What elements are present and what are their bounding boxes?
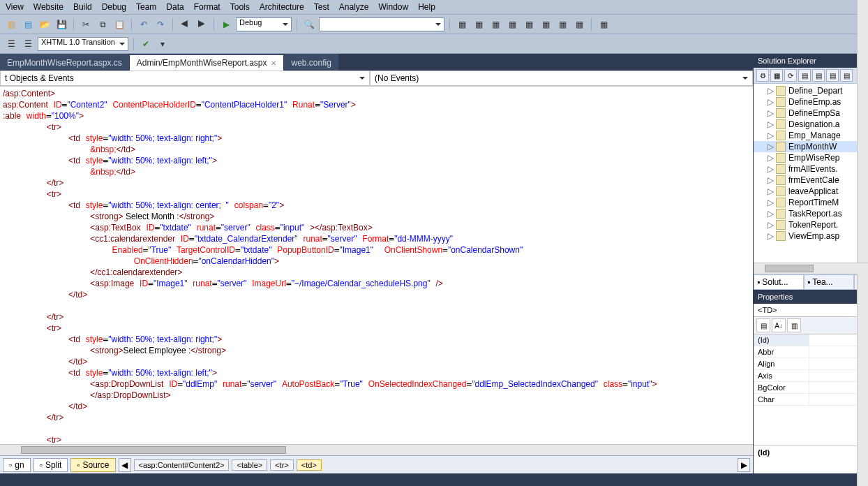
sol-viewcode-icon[interactable]: ▤ <box>812 69 825 82</box>
solution-item[interactable]: ▷Designation.a <box>754 119 868 130</box>
format-inline-icon[interactable]: ☰ <box>21 37 35 51</box>
solution-item[interactable]: ▷EmpMonthW <box>754 141 868 152</box>
tbx6-icon[interactable]: ▦ <box>539 17 553 31</box>
breadcrumb-item[interactable]: <tr> <box>270 459 294 471</box>
doctype-combo[interactable]: XHTML 1.0 Transition <box>38 37 128 51</box>
solution-item[interactable]: ▷DefineEmp.as <box>754 96 868 108</box>
solution-item[interactable]: ▷TokenReport. <box>754 219 868 230</box>
nav-back-icon[interactable]: ⯇ <box>178 17 192 31</box>
member-bar: t Objects & Events (No Events) <box>0 71 753 87</box>
sol-hscroll[interactable] <box>754 263 868 274</box>
menubar: ViewWebsiteBuildDebugTeamDataFormatTools… <box>0 0 868 15</box>
menu-data[interactable]: Data <box>166 2 184 12</box>
tbx2-icon[interactable]: ▦ <box>472 17 486 31</box>
crumb-prev[interactable]: ◀ <box>119 458 131 472</box>
property-row[interactable]: Axis <box>754 370 868 382</box>
redo-icon[interactable]: ↷ <box>154 17 167 31</box>
solution-item[interactable]: ▷ReportTimeM <box>754 197 868 208</box>
sol-refresh-icon[interactable]: ⟳ <box>784 69 797 82</box>
menu-build[interactable]: Build <box>73 2 92 12</box>
sol-nest-icon[interactable]: ▤ <box>798 69 811 82</box>
menu-view[interactable]: View <box>6 2 24 12</box>
crumb-next[interactable]: ▶ <box>738 458 750 472</box>
property-row[interactable]: (Id) <box>754 334 868 346</box>
properties-object[interactable]: <TD> <box>754 304 868 317</box>
solution-item[interactable]: ▷leaveApplicat <box>754 186 868 197</box>
solution-tree[interactable]: ▷Define_Depart▷DefineEmp.as▷DefineEmpSa▷… <box>754 84 868 263</box>
config-combo[interactable]: Debug <box>236 17 292 31</box>
solution-item[interactable]: ▷EmpWiseRep <box>754 152 868 163</box>
nav-fwd-icon[interactable]: ⯈ <box>195 17 209 31</box>
vscrollbar[interactable] <box>857 0 868 486</box>
solution-item[interactable]: ▷Emp_Manage <box>754 130 868 141</box>
tbx5-icon[interactable]: ▦ <box>522 17 536 31</box>
solution-item[interactable]: ▷DefineEmpSa <box>754 108 868 119</box>
tab-file[interactable]: web.config <box>284 54 338 71</box>
undo-icon[interactable]: ↶ <box>137 17 151 31</box>
properties-list[interactable]: (Id)AbbrAlignAxisBgColorChar <box>754 334 868 446</box>
solution-item[interactable]: ▷TaskReport.as <box>754 208 868 219</box>
find-combo[interactable] <box>319 17 444 31</box>
sol-copy-icon[interactable]: ▤ <box>840 69 853 82</box>
tbx3-icon[interactable]: ▦ <box>488 17 502 31</box>
solution-item[interactable]: ▷frmEventCale <box>754 175 868 186</box>
validate-icon[interactable]: ✔ <box>139 37 153 51</box>
prop-pages-icon[interactable]: ▥ <box>787 318 801 332</box>
events-dropdown[interactable]: (No Events) <box>370 71 753 86</box>
tbx8-icon[interactable]: ▦ <box>572 17 586 31</box>
menu-format[interactable]: Format <box>194 2 220 12</box>
paste-icon[interactable]: 📋 <box>112 17 126 31</box>
tbx4-icon[interactable]: ▦ <box>505 17 519 31</box>
view-mode-split[interactable]: ▫Split <box>33 458 68 472</box>
menu-test[interactable]: Test <box>314 2 329 12</box>
menu-analyze[interactable]: Analyze <box>339 2 369 12</box>
menu-debug[interactable]: Debug <box>102 2 126 12</box>
tab-file[interactable]: Admin/EmpMonthWiseReport.aspx✕ <box>130 54 284 71</box>
menu-help[interactable]: Help <box>418 2 435 12</box>
sol-viewdesign-icon[interactable]: ▤ <box>826 69 839 82</box>
property-row[interactable]: BgColor <box>754 382 868 394</box>
solution-item[interactable]: ▷Define_Depart <box>754 85 868 96</box>
menu-team[interactable]: Team <box>136 2 156 12</box>
objects-dropdown[interactable]: t Objects & Events <box>0 71 370 86</box>
start-icon[interactable]: ▶ <box>219 17 233 31</box>
tbx9-icon[interactable]: ▦ <box>597 17 611 31</box>
panel-tab[interactable]: ▪Solut... <box>754 274 804 290</box>
tbx7-icon[interactable]: ▦ <box>555 17 569 31</box>
solution-item[interactable]: ▷frmAllEvents. <box>754 163 868 175</box>
tbx1-icon[interactable]: ▦ <box>455 17 469 31</box>
menu-website[interactable]: Website <box>33 2 63 12</box>
menu-architecture[interactable]: Architecture <box>260 2 304 12</box>
property-row[interactable]: Abbr <box>754 346 868 358</box>
sol-prop-icon[interactable]: ⚙ <box>756 69 769 82</box>
view-mode-source[interactable]: ▫Source <box>70 458 115 472</box>
cut-icon[interactable]: ✂ <box>79 17 93 31</box>
format-block-icon[interactable]: ☰ <box>4 37 18 51</box>
find-icon[interactable]: 🔍 <box>302 17 316 31</box>
prop-az-icon[interactable]: A↓ <box>772 318 786 332</box>
view-mode-gn[interactable]: ▫gn <box>3 458 31 472</box>
hscrollbar[interactable] <box>0 444 753 455</box>
copy-icon[interactable]: ⧉ <box>96 17 110 31</box>
property-row[interactable]: Char <box>754 394 868 406</box>
prop-cat-icon[interactable]: ▤ <box>756 318 770 332</box>
properties-title: Properties <box>754 290 868 304</box>
panel-tab[interactable]: ▪Tea... <box>804 274 854 290</box>
menu-tools[interactable]: Tools <box>230 2 250 12</box>
sol-showall-icon[interactable]: ▦ <box>770 69 783 82</box>
breadcrumb-item[interactable]: <table> <box>232 459 267 471</box>
solution-item[interactable]: ▷ViewEmp.asp <box>754 230 868 242</box>
open-icon[interactable]: 📂 <box>38 17 52 31</box>
menu-window[interactable]: Window <box>378 2 408 12</box>
breadcrumb-item[interactable]: <asp:Content#Content2> <box>134 459 230 471</box>
new-project-icon[interactable]: ▥ <box>4 17 18 31</box>
code-editor[interactable]: /asp:Content> asp:Content ID="Content2" … <box>0 87 753 444</box>
close-icon[interactable]: ✕ <box>271 59 276 67</box>
tab-file[interactable]: EmpMonthWiseReport.aspx.cs <box>0 54 129 71</box>
breadcrumb-item[interactable]: <td> <box>297 459 322 471</box>
save-icon[interactable]: 💾 <box>54 17 68 31</box>
add-item-icon[interactable]: ▤ <box>21 17 35 31</box>
editor-area: EmpMonthWiseReport.aspx.csAdmin/EmpMonth… <box>0 54 753 473</box>
property-row[interactable]: Align <box>754 358 868 370</box>
dropdown-icon[interactable]: ▾ <box>156 37 170 51</box>
